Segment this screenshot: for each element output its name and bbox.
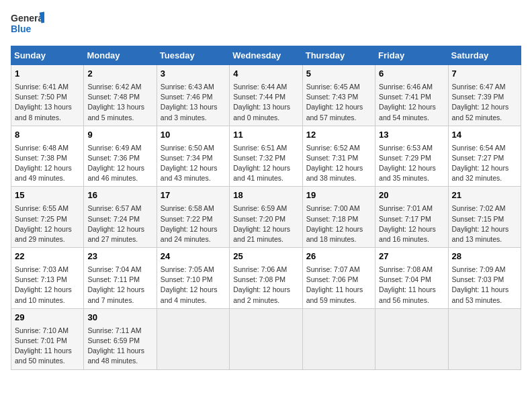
day-info: Sunrise: 6:50 AMSunset: 7:34 PMDaylight:… bbox=[161, 143, 226, 184]
calendar-table: SundayMondayTuesdayWednesdayThursdayFrid… bbox=[11, 46, 521, 370]
calendar-cell: 28Sunrise: 7:09 AMSunset: 7:03 PMDayligh… bbox=[448, 248, 521, 309]
calendar-cell: 18Sunrise: 6:59 AMSunset: 7:20 PMDayligh… bbox=[230, 187, 302, 248]
logo-svg: General Blue bbox=[11, 11, 44, 39]
day-header: Tuesday bbox=[157, 46, 229, 65]
day-header: Sunday bbox=[11, 46, 84, 65]
day-number: 15 bbox=[15, 189, 80, 202]
calendar-cell bbox=[375, 308, 448, 369]
calendar-cell: 16Sunrise: 6:57 AMSunset: 7:24 PMDayligh… bbox=[84, 187, 157, 248]
day-number: 9 bbox=[87, 129, 152, 142]
day-info: Sunrise: 6:52 AMSunset: 7:31 PMDaylight:… bbox=[306, 143, 371, 184]
day-info: Sunrise: 6:59 AMSunset: 7:20 PMDaylight:… bbox=[233, 203, 298, 244]
day-number: 24 bbox=[161, 250, 226, 263]
day-number: 1 bbox=[15, 68, 80, 81]
calendar-cell bbox=[157, 308, 229, 369]
calendar-cell: 8Sunrise: 6:48 AMSunset: 7:38 PMDaylight… bbox=[11, 126, 84, 187]
page-header: General Blue bbox=[11, 11, 521, 39]
day-info: Sunrise: 6:43 AMSunset: 7:46 PMDaylight:… bbox=[161, 82, 226, 123]
day-number: 6 bbox=[379, 68, 444, 81]
day-number: 14 bbox=[452, 129, 517, 142]
day-info: Sunrise: 7:10 AMSunset: 7:01 PMDaylight:… bbox=[15, 326, 80, 367]
calendar-cell: 2Sunrise: 6:42 AMSunset: 7:48 PMDaylight… bbox=[84, 65, 157, 126]
calendar-cell: 7Sunrise: 6:47 AMSunset: 7:39 PMDaylight… bbox=[448, 65, 521, 126]
day-number: 8 bbox=[15, 129, 80, 142]
day-info: Sunrise: 6:44 AMSunset: 7:44 PMDaylight:… bbox=[233, 82, 298, 123]
day-info: Sunrise: 7:03 AMSunset: 7:13 PMDaylight:… bbox=[15, 265, 80, 306]
calendar-cell: 29Sunrise: 7:10 AMSunset: 7:01 PMDayligh… bbox=[11, 308, 84, 369]
day-number: 22 bbox=[15, 250, 80, 263]
day-info: Sunrise: 7:06 AMSunset: 7:08 PMDaylight:… bbox=[233, 265, 298, 306]
day-number: 29 bbox=[15, 312, 80, 324]
day-info: Sunrise: 6:46 AMSunset: 7:41 PMDaylight:… bbox=[379, 82, 444, 123]
day-info: Sunrise: 6:55 AMSunset: 7:25 PMDaylight:… bbox=[15, 203, 80, 244]
calendar-cell bbox=[230, 308, 302, 369]
day-number: 2 bbox=[87, 68, 152, 81]
day-info: Sunrise: 6:51 AMSunset: 7:32 PMDaylight:… bbox=[233, 143, 298, 184]
calendar-cell: 1Sunrise: 6:41 AMSunset: 7:50 PMDaylight… bbox=[11, 65, 84, 126]
calendar-cell: 20Sunrise: 7:01 AMSunset: 7:17 PMDayligh… bbox=[375, 187, 448, 248]
day-info: Sunrise: 7:00 AMSunset: 7:18 PMDaylight:… bbox=[306, 203, 371, 244]
day-info: Sunrise: 6:49 AMSunset: 7:36 PMDaylight:… bbox=[87, 143, 152, 184]
day-info: Sunrise: 6:54 AMSunset: 7:27 PMDaylight:… bbox=[452, 143, 517, 184]
day-number: 13 bbox=[379, 129, 444, 142]
day-info: Sunrise: 6:45 AMSunset: 7:43 PMDaylight:… bbox=[306, 82, 371, 123]
day-header: Friday bbox=[375, 46, 448, 65]
calendar-cell: 13Sunrise: 6:53 AMSunset: 7:29 PMDayligh… bbox=[375, 126, 448, 187]
calendar-cell: 15Sunrise: 6:55 AMSunset: 7:25 PMDayligh… bbox=[11, 187, 84, 248]
calendar-cell: 10Sunrise: 6:50 AMSunset: 7:34 PMDayligh… bbox=[157, 126, 229, 187]
calendar-cell: 9Sunrise: 6:49 AMSunset: 7:36 PMDaylight… bbox=[84, 126, 157, 187]
day-info: Sunrise: 7:01 AMSunset: 7:17 PMDaylight:… bbox=[379, 203, 444, 244]
calendar-cell: 27Sunrise: 7:08 AMSunset: 7:04 PMDayligh… bbox=[375, 248, 448, 309]
day-number: 30 bbox=[87, 312, 152, 324]
calendar-cell: 21Sunrise: 7:02 AMSunset: 7:15 PMDayligh… bbox=[448, 187, 521, 248]
day-info: Sunrise: 6:41 AMSunset: 7:50 PMDaylight:… bbox=[15, 82, 80, 123]
day-number: 27 bbox=[379, 250, 444, 263]
calendar-cell: 24Sunrise: 7:05 AMSunset: 7:10 PMDayligh… bbox=[157, 248, 229, 309]
calendar-cell: 19Sunrise: 7:00 AMSunset: 7:18 PMDayligh… bbox=[302, 187, 375, 248]
day-info: Sunrise: 6:48 AMSunset: 7:38 PMDaylight:… bbox=[15, 143, 80, 184]
calendar-cell: 5Sunrise: 6:45 AMSunset: 7:43 PMDaylight… bbox=[302, 65, 375, 126]
day-header: Wednesday bbox=[230, 46, 302, 65]
day-number: 19 bbox=[306, 189, 371, 202]
day-number: 10 bbox=[161, 129, 226, 142]
day-header: Saturday bbox=[448, 46, 521, 65]
day-number: 17 bbox=[161, 189, 226, 202]
day-info: Sunrise: 7:02 AMSunset: 7:15 PMDaylight:… bbox=[452, 203, 517, 244]
day-info: Sunrise: 7:11 AMSunset: 6:59 PMDaylight:… bbox=[87, 326, 152, 367]
calendar-cell: 3Sunrise: 6:43 AMSunset: 7:46 PMDaylight… bbox=[157, 65, 229, 126]
svg-text:General: General bbox=[11, 13, 44, 24]
day-info: Sunrise: 6:47 AMSunset: 7:39 PMDaylight:… bbox=[452, 82, 517, 123]
day-info: Sunrise: 7:09 AMSunset: 7:03 PMDaylight:… bbox=[452, 265, 517, 306]
day-info: Sunrise: 6:58 AMSunset: 7:22 PMDaylight:… bbox=[161, 203, 226, 244]
calendar-cell: 12Sunrise: 6:52 AMSunset: 7:31 PMDayligh… bbox=[302, 126, 375, 187]
day-number: 18 bbox=[233, 189, 298, 202]
day-number: 23 bbox=[87, 250, 152, 263]
day-number: 12 bbox=[306, 129, 371, 142]
day-number: 3 bbox=[161, 68, 226, 81]
svg-text:Blue: Blue bbox=[11, 24, 32, 34]
calendar-cell bbox=[448, 308, 521, 369]
calendar-cell: 17Sunrise: 6:58 AMSunset: 7:22 PMDayligh… bbox=[157, 187, 229, 248]
day-header: Monday bbox=[84, 46, 157, 65]
day-info: Sunrise: 7:04 AMSunset: 7:11 PMDaylight:… bbox=[87, 265, 152, 306]
calendar-cell: 30Sunrise: 7:11 AMSunset: 6:59 PMDayligh… bbox=[84, 308, 157, 369]
day-info: Sunrise: 6:53 AMSunset: 7:29 PMDaylight:… bbox=[379, 143, 444, 184]
calendar-cell: 25Sunrise: 7:06 AMSunset: 7:08 PMDayligh… bbox=[230, 248, 302, 309]
calendar-cell: 22Sunrise: 7:03 AMSunset: 7:13 PMDayligh… bbox=[11, 248, 84, 309]
day-info: Sunrise: 6:57 AMSunset: 7:24 PMDaylight:… bbox=[87, 203, 152, 244]
calendar-cell bbox=[302, 308, 375, 369]
day-info: Sunrise: 7:05 AMSunset: 7:10 PMDaylight:… bbox=[161, 265, 226, 306]
calendar-cell: 14Sunrise: 6:54 AMSunset: 7:27 PMDayligh… bbox=[448, 126, 521, 187]
day-number: 25 bbox=[233, 250, 298, 263]
day-info: Sunrise: 7:07 AMSunset: 7:06 PMDaylight:… bbox=[306, 265, 371, 306]
day-number: 11 bbox=[233, 129, 298, 142]
calendar-cell: 23Sunrise: 7:04 AMSunset: 7:11 PMDayligh… bbox=[84, 248, 157, 309]
day-number: 16 bbox=[87, 189, 152, 202]
day-number: 5 bbox=[306, 68, 371, 81]
logo: General Blue bbox=[11, 11, 44, 39]
day-header: Thursday bbox=[302, 46, 375, 65]
calendar-cell: 4Sunrise: 6:44 AMSunset: 7:44 PMDaylight… bbox=[230, 65, 302, 126]
day-number: 26 bbox=[306, 250, 371, 263]
day-number: 21 bbox=[452, 189, 517, 202]
calendar-cell: 6Sunrise: 6:46 AMSunset: 7:41 PMDaylight… bbox=[375, 65, 448, 126]
